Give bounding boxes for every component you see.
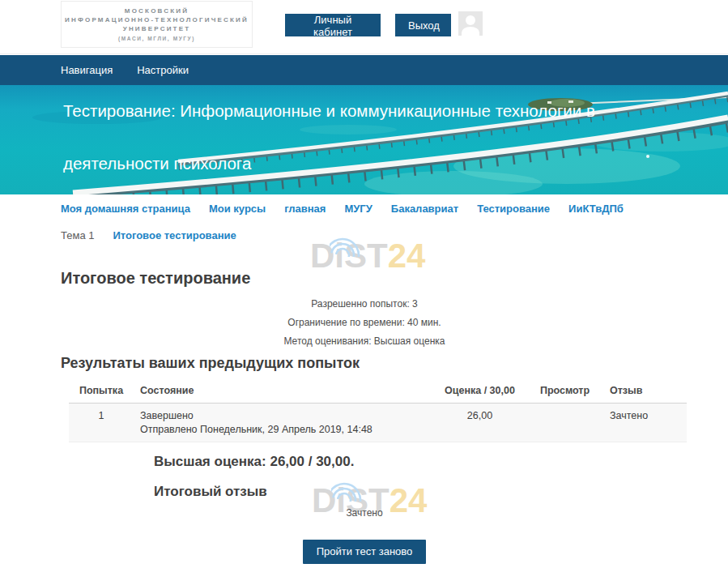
quiz-title: Итоговое тестирование bbox=[61, 269, 250, 288]
col-header-review: Просмотр bbox=[526, 379, 603, 404]
moodle-quiz-page: МОСКОВСКИЙ ИНФОРМАЦИОННО-ТЕХНОЛОГИЧЕСКИЙ… bbox=[0, 0, 728, 568]
page-title: Тестирование: Информационные и коммуника… bbox=[63, 85, 622, 190]
breadcrumb-main[interactable]: главная bbox=[284, 201, 326, 217]
final-feedback-heading: Итоговый отзыв bbox=[154, 484, 267, 500]
col-header-feedback: Отзыв bbox=[603, 379, 687, 404]
state-submitted-date: Отправлено Понедельник, 29 Апрель 2019, … bbox=[140, 424, 427, 435]
cell-review bbox=[526, 404, 603, 442]
logo-line-4: (МАСИ, МГЛИ, МУГУ) bbox=[118, 35, 195, 43]
retake-quiz-button[interactable]: Пройти тест заново bbox=[303, 540, 427, 564]
course-hero-banner: Тестирование: Информационные и коммуника… bbox=[0, 85, 728, 194]
nav-item-settings[interactable]: Настройки bbox=[125, 55, 201, 85]
final-feedback-value: Зачтено bbox=[61, 507, 668, 519]
breadcrumb-testing[interactable]: Тестирование bbox=[477, 201, 550, 217]
cell-feedback: Зачтено bbox=[603, 404, 687, 442]
cell-state: Завершено Отправлено Понедельник, 29 Апр… bbox=[134, 404, 433, 442]
table-row: 1 Завершено Отправлено Понедельник, 29 А… bbox=[69, 404, 687, 442]
breadcrumb: Моя домашняя страница Мои курсы главная … bbox=[61, 201, 668, 244]
breadcrumb-mugu[interactable]: МУГУ bbox=[344, 201, 372, 217]
col-header-state: Состояние bbox=[134, 379, 433, 404]
breadcrumb-my-courses[interactable]: Мои курсы bbox=[209, 201, 266, 217]
avatar-person-icon bbox=[466, 15, 475, 25]
logo-line-3: УНИВЕРСИТЕТ bbox=[123, 24, 191, 33]
breadcrumb-bachelor[interactable]: Бакалавриат bbox=[391, 201, 458, 217]
quiz-grading-method: Метод оценивания: Высшая оценка bbox=[61, 335, 668, 348]
wifi-signal-icon bbox=[331, 472, 383, 502]
nav-item-navigation[interactable]: Навигация bbox=[49, 55, 125, 85]
breadcrumb-course[interactable]: ИиКТвДПб bbox=[568, 201, 624, 217]
user-avatar[interactable] bbox=[458, 11, 483, 36]
quiz-info-block: Разрешенно попыток: 3 Ограничение по вре… bbox=[61, 298, 668, 354]
logo-line-1: МОСКОВСКИЙ bbox=[125, 6, 189, 15]
best-grade-text: Высшая оценка: 26,00 / 30,00. bbox=[154, 454, 354, 470]
breadcrumb-home[interactable]: Моя домашняя страница bbox=[61, 201, 190, 217]
cell-attempt-number: 1 bbox=[69, 404, 134, 442]
quiz-attempts-allowed: Разрешенно попыток: 3 bbox=[61, 298, 668, 310]
top-bar: МОСКОВСКИЙ ИНФОРМАЦИОННО-ТЕХНОЛОГИЧЕСКИЙ… bbox=[0, 0, 728, 54]
breadcrumb-final-test[interactable]: Итоговое тестирование bbox=[113, 228, 236, 244]
table-header-row: Попытка Состояние Оценка / 30,00 Просмот… bbox=[69, 379, 687, 404]
logout-button[interactable]: Выход bbox=[395, 14, 451, 36]
main-navbar: Навигация Настройки bbox=[0, 55, 728, 85]
retake-button-container: Пройти тест заново bbox=[61, 540, 668, 564]
attempts-table: Попытка Состояние Оценка / 30,00 Просмот… bbox=[69, 379, 687, 442]
logo-line-2: ИНФОРМАЦИОННО-ТЕХНОЛОГИЧЕСКИЙ bbox=[65, 15, 249, 24]
results-heading: Результаты ваших предыдущих попыток bbox=[61, 355, 360, 372]
university-logo[interactable]: МОСКОВСКИЙ ИНФОРМАЦИОННО-ТЕХНОЛОГИЧЕСКИЙ… bbox=[61, 1, 253, 48]
col-header-attempt: Попытка bbox=[69, 379, 134, 404]
quiz-time-limit: Ограничение по времени: 40 мин. bbox=[61, 317, 668, 329]
cell-grade: 26,00 bbox=[433, 404, 526, 442]
breadcrumb-topic-1: Тема 1 bbox=[61, 228, 94, 244]
col-header-grade: Оценка / 30,00 bbox=[433, 379, 526, 404]
personal-cabinet-button[interactable]: Личный кабинет bbox=[285, 14, 381, 36]
state-label: Завершено bbox=[140, 410, 427, 421]
